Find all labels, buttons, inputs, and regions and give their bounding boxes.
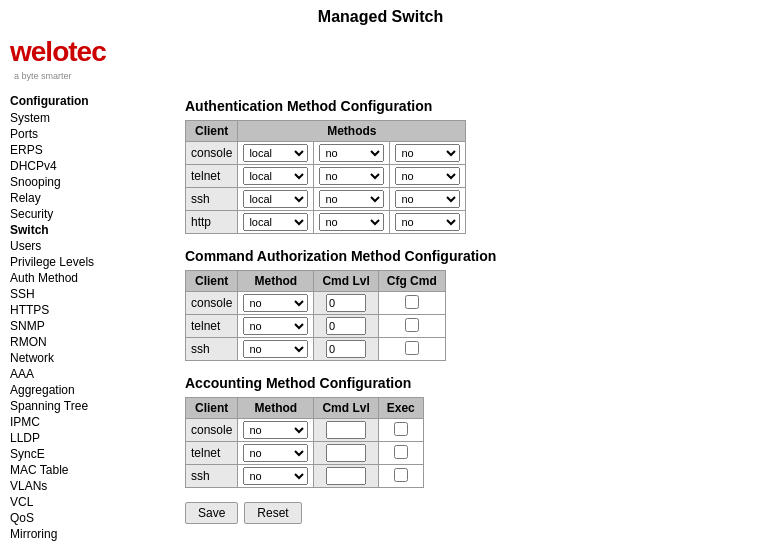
auth-console-m3-select[interactable]: nolocalradiustacacs+ xyxy=(395,144,460,162)
auth-ssh-m3-select[interactable]: nolocalradiustacacs+ xyxy=(395,190,460,208)
sidebar-configuration-label: Configuration xyxy=(10,94,165,108)
acc-telnet-cmdlvl-input[interactable] xyxy=(326,444,366,462)
auth-row-http: http localnoradiustacacs+ nolocalradiust… xyxy=(186,211,466,234)
acc-col-exec: Exec xyxy=(378,398,423,419)
auth-console-m1-cell: localnoradiustacacs+ xyxy=(238,142,314,165)
sidebar-item-vlans[interactable]: VLANs xyxy=(10,478,165,494)
auth-telnet-m1-cell: localnoradiustacacs+ xyxy=(238,165,314,188)
sidebar-nav: System Ports ERPS DHCPv4 Snooping Relay … xyxy=(10,110,165,544)
auth-client-console: console xyxy=(186,142,238,165)
acc-ssh-exec-checkbox[interactable] xyxy=(394,468,408,482)
save-button[interactable]: Save xyxy=(185,502,238,524)
sidebar-item-mac-table[interactable]: MAC Table xyxy=(10,462,165,478)
sidebar-item-relay[interactable]: Relay xyxy=(10,190,165,206)
page-title: Managed Switch xyxy=(0,0,761,30)
sidebar-item-erps[interactable]: ERPS xyxy=(10,142,165,158)
acc-client-console: console xyxy=(186,419,238,442)
logo-area: welotec a byte smarter xyxy=(0,30,761,88)
cmd-telnet-cfgcmd-checkbox[interactable] xyxy=(405,318,419,332)
sidebar-item-mirroring[interactable]: Mirroring xyxy=(10,526,165,542)
auth-console-m1-select[interactable]: localnoradiustacacs+ xyxy=(243,144,308,162)
cmd-telnet-method-select[interactable]: notacacs+ xyxy=(243,317,308,335)
sidebar-item-auth-method[interactable]: Auth Method xyxy=(10,270,165,286)
cmd-telnet-method-cell: notacacs+ xyxy=(238,315,314,338)
cmd-client-ssh: ssh xyxy=(186,338,238,361)
sidebar-item-security[interactable]: Security xyxy=(10,206,165,222)
cmd-auth-table: Client Method Cmd Lvl Cfg Cmd console no… xyxy=(185,270,446,361)
cmd-row-telnet: telnet notacacs+ xyxy=(186,315,446,338)
sidebar-item-users[interactable]: Users xyxy=(10,238,165,254)
sidebar-item-system[interactable]: System xyxy=(10,110,165,126)
sidebar-item-spanning-tree[interactable]: Spanning Tree xyxy=(10,398,165,414)
main-layout: Configuration System Ports ERPS DHCPv4 S… xyxy=(0,88,761,544)
acc-telnet-cmdlvl-cell xyxy=(314,442,378,465)
cmd-ssh-cfgcmd-cell xyxy=(378,338,445,361)
auth-telnet-m2-cell: nolocalradiustacacs+ xyxy=(314,165,390,188)
cmd-ssh-cmdlvl-input[interactable] xyxy=(326,340,366,358)
sidebar-item-lldp[interactable]: LLDP xyxy=(10,430,165,446)
cmd-ssh-method-cell: notacacs+ xyxy=(238,338,314,361)
cmd-console-cmdlvl-input[interactable] xyxy=(326,294,366,312)
acc-console-cmdlvl-cell xyxy=(314,419,378,442)
sidebar-item-ipmc[interactable]: IPMC xyxy=(10,414,165,430)
sidebar-item-privilege-levels[interactable]: Privilege Levels xyxy=(10,254,165,270)
acc-ssh-cmdlvl-cell xyxy=(314,465,378,488)
acc-client-ssh: ssh xyxy=(186,465,238,488)
auth-ssh-m2-select[interactable]: nolocalradiustacacs+ xyxy=(319,190,384,208)
auth-http-m3-select[interactable]: nolocalradiustacacs+ xyxy=(395,213,460,231)
auth-row-ssh: ssh localnoradiustacacs+ nolocalradiusta… xyxy=(186,188,466,211)
cmd-ssh-cfgcmd-checkbox[interactable] xyxy=(405,341,419,355)
acc-client-telnet: telnet xyxy=(186,442,238,465)
sidebar-item-qos[interactable]: QoS xyxy=(10,510,165,526)
acc-ssh-cmdlvl-input[interactable] xyxy=(326,467,366,485)
logo: welotec a byte smarter xyxy=(10,36,751,82)
cmd-col-method: Method xyxy=(238,271,314,292)
auth-client-http: http xyxy=(186,211,238,234)
auth-ssh-m2-cell: nolocalradiustacacs+ xyxy=(314,188,390,211)
cmd-console-method-select[interactable]: notacacs+ xyxy=(243,294,308,312)
sidebar-item-aggregation[interactable]: Aggregation xyxy=(10,382,165,398)
auth-http-m1-select[interactable]: localnoradiustacacs+ xyxy=(243,213,308,231)
cmd-ssh-method-select[interactable]: notacacs+ xyxy=(243,340,308,358)
acc-row-telnet: telnet notacacs+ xyxy=(186,442,424,465)
acc-telnet-method-select[interactable]: notacacs+ xyxy=(243,444,308,462)
auth-console-m3-cell: nolocalradiustacacs+ xyxy=(390,142,466,165)
sidebar: Configuration System Ports ERPS DHCPv4 S… xyxy=(0,88,175,544)
auth-http-m3-cell: nolocalradiustacacs+ xyxy=(390,211,466,234)
auth-http-m2-cell: nolocalradiustacacs+ xyxy=(314,211,390,234)
sidebar-item-https[interactable]: HTTPS xyxy=(10,302,165,318)
acc-console-cmdlvl-input[interactable] xyxy=(326,421,366,439)
acc-row-ssh: ssh notacacs+ xyxy=(186,465,424,488)
acc-console-method-select[interactable]: notacacs+ xyxy=(243,421,308,439)
sidebar-item-dhcpv4[interactable]: DHCPv4 xyxy=(10,158,165,174)
auth-telnet-m2-select[interactable]: nolocalradiustacacs+ xyxy=(319,167,384,185)
auth-console-m2-select[interactable]: nolocalradiustacacs+ xyxy=(319,144,384,162)
sidebar-item-aaa[interactable]: AAA xyxy=(10,366,165,382)
acc-telnet-exec-checkbox[interactable] xyxy=(394,445,408,459)
acc-ssh-exec-cell xyxy=(378,465,423,488)
sidebar-item-ssh[interactable]: SSH xyxy=(10,286,165,302)
sidebar-item-vcl[interactable]: VCL xyxy=(10,494,165,510)
cmd-console-cfgcmd-checkbox[interactable] xyxy=(405,295,419,309)
auth-ssh-m1-select[interactable]: localnoradiustacacs+ xyxy=(243,190,308,208)
sidebar-item-snmp[interactable]: SNMP xyxy=(10,318,165,334)
auth-telnet-m3-select[interactable]: nolocalradiustacacs+ xyxy=(395,167,460,185)
reset-button[interactable]: Reset xyxy=(244,502,301,524)
auth-http-m2-select[interactable]: nolocalradiustacacs+ xyxy=(319,213,384,231)
acc-ssh-method-select[interactable]: notacacs+ xyxy=(243,467,308,485)
sidebar-item-snooping[interactable]: Snooping xyxy=(10,174,165,190)
acc-console-exec-checkbox[interactable] xyxy=(394,422,408,436)
cmd-row-console: console notacacs+ xyxy=(186,292,446,315)
sidebar-item-rmon[interactable]: RMON xyxy=(10,334,165,350)
cmd-console-method-cell: notacacs+ xyxy=(238,292,314,315)
auth-telnet-m1-select[interactable]: localnoradiustacacs+ xyxy=(243,167,308,185)
cmd-ssh-cmdlvl-cell xyxy=(314,338,378,361)
sidebar-item-network[interactable]: Network xyxy=(10,350,165,366)
sidebar-item-switch[interactable]: Switch xyxy=(10,222,165,238)
cmd-console-cfgcmd-cell xyxy=(378,292,445,315)
cmd-telnet-cmdlvl-input[interactable] xyxy=(326,317,366,335)
cmd-telnet-cfgcmd-cell xyxy=(378,315,445,338)
auth-client-telnet: telnet xyxy=(186,165,238,188)
sidebar-item-ports[interactable]: Ports xyxy=(10,126,165,142)
sidebar-item-synce[interactable]: SyncE xyxy=(10,446,165,462)
